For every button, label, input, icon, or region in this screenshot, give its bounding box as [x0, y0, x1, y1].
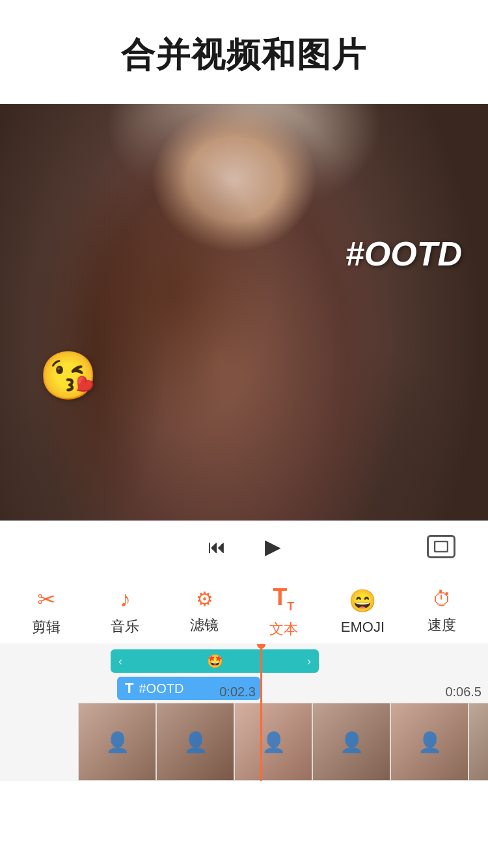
thumb-3-content: 👤: [235, 703, 312, 780]
cut-icon: ✂: [37, 586, 55, 612]
current-timestamp: 0:02.3: [219, 685, 256, 699]
page-title: 合并视频和图片: [121, 33, 367, 78]
thumb-2: 👤: [156, 703, 234, 781]
tool-speed[interactable]: ⏱ 速度: [416, 588, 468, 635]
watermark: 03737.com: [416, 848, 483, 863]
tool-emoji[interactable]: 😄 EMOJI: [336, 588, 388, 636]
tool-music-label: 音乐: [111, 617, 139, 636]
emoji-track-left-arrow: ‹: [118, 655, 122, 668]
emoji-track-content: 🤩: [207, 653, 223, 669]
music-icon: ♪: [120, 586, 131, 612]
ootd-overlay-text: #OOTD: [346, 234, 462, 273]
emoji-track-right-arrow: ›: [307, 655, 311, 668]
tool-emoji-label: EMOJI: [341, 619, 385, 636]
playhead[interactable]: [260, 644, 262, 781]
thumb-6-content: 👤: [469, 703, 488, 780]
svg-rect-0: [435, 541, 448, 552]
tool-music[interactable]: ♪ 音乐: [99, 586, 151, 636]
filter-icon: ⚙: [196, 588, 213, 610]
fullscreen-button[interactable]: [427, 535, 455, 558]
header: 合并视频和图片: [0, 0, 488, 104]
emoji-icon: 😄: [349, 588, 376, 614]
text-track-label: #OOTD: [139, 681, 183, 696]
playback-controls: ⏮ ▶: [0, 521, 488, 573]
tool-cut-label: 剪辑: [32, 617, 61, 637]
video-hair: [0, 104, 488, 521]
text-track-icon: T: [125, 680, 133, 697]
filmstrip: + 👤 👤 👤 👤 👤 👤: [0, 703, 488, 781]
tool-speed-label: 速度: [427, 616, 456, 635]
tool-filter-label: 滤镜: [190, 616, 219, 635]
thumb-5: 👤: [390, 703, 468, 781]
tool-filter[interactable]: ⚙ 滤镜: [178, 588, 230, 635]
emoji-sticker[interactable]: 😘: [39, 348, 98, 403]
thumb-2-content: 👤: [157, 703, 234, 780]
tool-cut[interactable]: ✂ 剪辑: [20, 586, 72, 637]
video-preview: #OOTD 😘: [0, 104, 488, 521]
speed-icon: ⏱: [432, 588, 452, 610]
play-button[interactable]: ▶: [265, 534, 281, 559]
text-icon: TT: [273, 584, 294, 614]
thumb-6: 👤: [468, 703, 488, 781]
tool-text[interactable]: TT 文本: [258, 584, 310, 638]
toolbar: ✂ 剪辑 ♪ 音乐 ⚙ 滤镜 TT 文本 😄 EMOJI ⏱ 速度: [0, 573, 488, 644]
thumb-4: 👤: [312, 703, 390, 781]
timeline: ‹ 🤩 › T #OOTD ♪ Good Time 0:02.3 0:06.5 …: [0, 644, 488, 781]
total-timestamp: 0:06.5: [445, 685, 481, 699]
thumb-3: 👤: [234, 703, 312, 781]
thumb-4-content: 👤: [313, 703, 390, 780]
thumb-5-content: 👤: [391, 703, 468, 780]
thumb-1-content: 👤: [79, 703, 156, 780]
tool-text-label: 文本: [269, 619, 298, 639]
thumb-1: 👤: [78, 703, 156, 781]
skip-back-button[interactable]: ⏮: [208, 536, 226, 558]
emoji-track[interactable]: ‹ 🤩 ›: [111, 649, 319, 673]
